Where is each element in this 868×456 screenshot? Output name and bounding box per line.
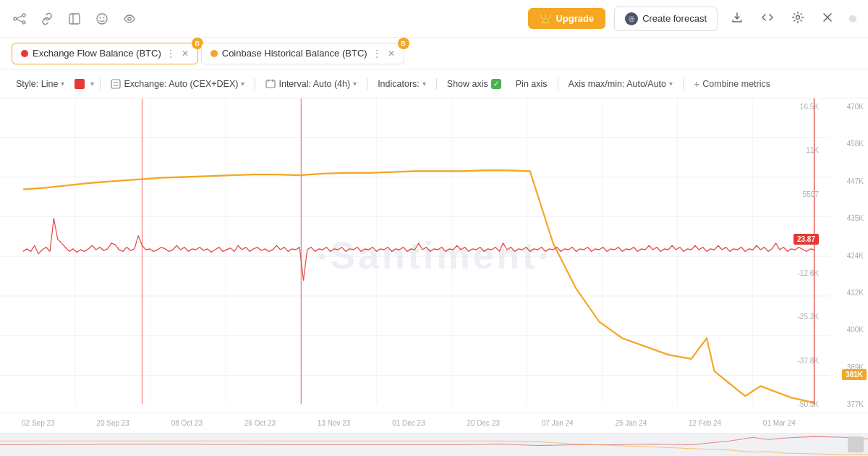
tabs-row: Exchange Flow Balance (BTC) ⋮ ✕ B Coinba… xyxy=(0,38,868,69)
node-icon[interactable] xyxy=(12,11,27,27)
chart-area: ·Santiment· xyxy=(0,98,868,413)
show-axis-checkbox[interactable]: ✓ xyxy=(491,79,501,89)
tab-close-2[interactable]: ✕ xyxy=(388,48,395,59)
main-chart-svg xyxy=(0,98,868,413)
create-forecast-button[interactable]: ◎ Create forecast xyxy=(614,7,718,31)
svg-point-0 xyxy=(14,17,17,20)
exchange-control[interactable]: Exchange: Auto (CEX+DEX) ▾ xyxy=(106,77,249,91)
sep2 xyxy=(255,78,255,90)
sep6 xyxy=(683,78,684,90)
svg-rect-13 xyxy=(266,80,275,88)
style-chevron: ▾ xyxy=(61,80,64,88)
exchange-icon xyxy=(111,79,121,89)
tab-label-1: Exchange Flow Balance (BTC) xyxy=(33,48,161,59)
close-button[interactable] xyxy=(817,7,838,30)
svg-point-2 xyxy=(22,21,25,24)
tab-dot-yellow xyxy=(210,50,218,57)
show-axis-control[interactable]: Show axis ✓ xyxy=(443,77,506,91)
sep5 xyxy=(558,78,558,90)
style-control[interactable]: Style: Line ▾ xyxy=(12,77,69,91)
svg-rect-5 xyxy=(69,14,80,24)
crown-icon: 👑 xyxy=(540,13,551,24)
embed-button[interactable] xyxy=(757,7,778,31)
top-toolbar: 👑 Upgrade ◎ Create forecast xyxy=(0,0,868,38)
y-axis-right: 470K 458K 447K 435K 424K 412K 400K 389K … xyxy=(825,98,868,413)
tab-menu-1[interactable]: ⋮ xyxy=(166,48,176,59)
svg-point-9 xyxy=(103,17,105,18)
svg-point-11 xyxy=(796,15,800,19)
tab-close-1[interactable]: ✕ xyxy=(182,48,189,59)
status-dot xyxy=(849,15,856,22)
svg-line-3 xyxy=(17,15,22,18)
settings-button[interactable] xyxy=(787,7,809,31)
link-icon[interactable] xyxy=(39,11,55,27)
pin-axis-control[interactable]: Pin axis xyxy=(511,77,552,91)
mini-chart[interactable] xyxy=(0,433,868,456)
sep4 xyxy=(436,78,437,90)
svg-line-4 xyxy=(17,19,22,22)
svg-rect-12 xyxy=(111,80,120,88)
combine-metrics-button[interactable]: + Combine metrics xyxy=(689,76,775,92)
svg-point-7 xyxy=(97,14,107,24)
forecast-icon: ◎ xyxy=(625,12,638,25)
svg-point-1 xyxy=(22,14,25,17)
svg-point-8 xyxy=(100,17,101,18)
upgrade-button[interactable]: 👑 Upgrade xyxy=(528,8,605,29)
tab-exchange-flow[interactable]: Exchange Flow Balance (BTC) ⋮ ✕ B xyxy=(12,43,198,64)
current-value-yellow: 381K xyxy=(842,369,867,380)
x-labels: 02 Sep 23 20 Sep 23 08 Oct 23 26 Oct 23 … xyxy=(22,419,796,427)
sep1 xyxy=(100,78,101,90)
tab-label-2: Coinbase Historical Balance (BTC) xyxy=(222,48,367,59)
y-axis-left: 16.5K 11K 5507 -12.6K -25.2K -37.8K -50.… xyxy=(783,98,819,413)
interval-control[interactable]: Interval: Auto (4h) ▾ xyxy=(261,77,361,91)
tab-coinbase[interactable]: Coinbase Historical Balance (BTC) ⋮ ✕ B xyxy=(201,43,404,64)
mini-chart-svg xyxy=(0,434,868,456)
color-swatch[interactable] xyxy=(75,79,85,89)
mini-chart-handle[interactable] xyxy=(848,436,864,452)
tab-badge-2: B xyxy=(398,38,409,49)
toolbar-right: 👑 Upgrade ◎ Create forecast xyxy=(528,7,856,31)
current-value-red: 23.87 xyxy=(793,234,819,245)
panel-icon[interactable] xyxy=(67,11,82,27)
toolbar-left xyxy=(12,11,137,27)
controls-row: Style: Line ▾ ▾ Exchange: Auto (CEX+DEX)… xyxy=(0,69,868,98)
sep3 xyxy=(367,78,367,90)
x-axis: 02 Sep 23 20 Sep 23 08 Oct 23 26 Oct 23 … xyxy=(0,413,868,433)
tab-dot-red xyxy=(21,50,28,57)
interval-icon xyxy=(265,79,276,89)
download-button[interactable] xyxy=(726,7,748,31)
indicators-control[interactable]: Indicators: ▾ xyxy=(373,77,430,91)
tab-menu-2[interactable]: ⋮ xyxy=(372,48,382,59)
eye-icon[interactable] xyxy=(122,11,137,27)
axis-minmax-control[interactable]: Axis max/min: Auto/Auto ▾ xyxy=(564,77,677,91)
emoji-icon[interactable] xyxy=(94,11,110,27)
svg-point-10 xyxy=(128,17,131,20)
